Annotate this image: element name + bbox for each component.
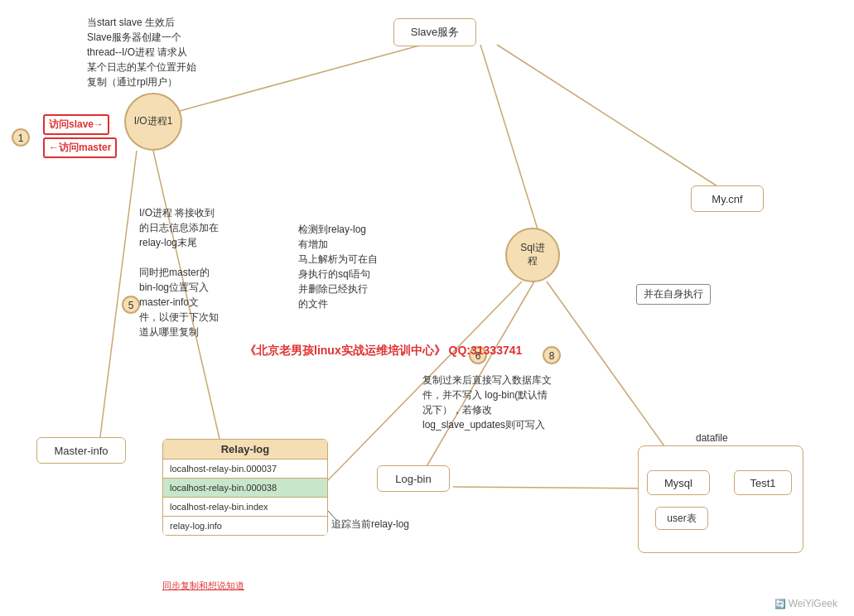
io-process-node: I/O进程1	[124, 93, 182, 151]
svg-line-1	[480, 45, 538, 232]
slave-service-node: Slave服务	[393, 18, 476, 46]
number-1: 1	[12, 128, 30, 147]
watermark: 🔄 WeiYiGeek	[774, 598, 837, 609]
relay-log-container: Relay-log localhost-relay-bin.000037 loc…	[162, 439, 328, 536]
relay-log-item-3: localhost-relay-bin.index	[163, 498, 327, 517]
test1-node: Test1	[734, 470, 792, 495]
relay-log-item-2: localhost-relay-bin.000038	[163, 479, 327, 498]
relay-log-item-1: localhost-relay-bin.000037	[163, 460, 327, 479]
svg-line-8	[453, 487, 651, 488]
self-exec-label: 并在自身执行	[636, 284, 711, 305]
slave-start-annotation: 当start slave 生效后Slave服务器创建一个thread--I/O进…	[87, 15, 261, 89]
mysql-node: Mysql	[647, 470, 710, 495]
bottom-note: 同步复制和想说知道	[162, 580, 244, 592]
datafile-label: datafile	[696, 432, 728, 444]
my-cnf-node: My.cnf	[691, 185, 764, 212]
number-8: 8	[543, 346, 561, 364]
detect-relay-annotation: 检测到relay-log有增加马上解析为可在自身执行的sql语句并删除已经执行的…	[298, 222, 435, 311]
user-table-node: user表	[655, 507, 708, 530]
relay-log-header: Relay-log	[163, 440, 327, 460]
diagram-canvas: 1 5 6 8 Slave服务 I/O进程1 Sql进程 My.cnf Mast…	[0, 0, 854, 616]
write-db-annotation: 复制过来后直接写入数据库文件，并不写入 log-bin(默认情况下），若修改lo…	[422, 373, 621, 432]
trace-relay-annotation: 追踪当前relay-log	[331, 517, 464, 532]
visit-slave-label: 访问slave→	[43, 114, 109, 135]
io-adds-annotation: I/O进程 将接收到的日志信息添加在relay-log末尾同时把master的b…	[139, 205, 288, 339]
log-bin-node: Log-bin	[377, 465, 450, 492]
svg-line-2	[497, 45, 729, 194]
relay-log-item-4: relay-log.info	[163, 517, 327, 535]
sql-process-node: Sql进程	[505, 228, 560, 282]
master-info-node: Master-info	[36, 437, 126, 464]
visit-master-label: ←访问master	[43, 137, 117, 158]
number-5: 5	[122, 296, 140, 314]
datafile-container	[638, 445, 803, 553]
promo-text: 《北京老男孩linux实战运维培训中心》 QQ:31333741	[244, 344, 522, 359]
